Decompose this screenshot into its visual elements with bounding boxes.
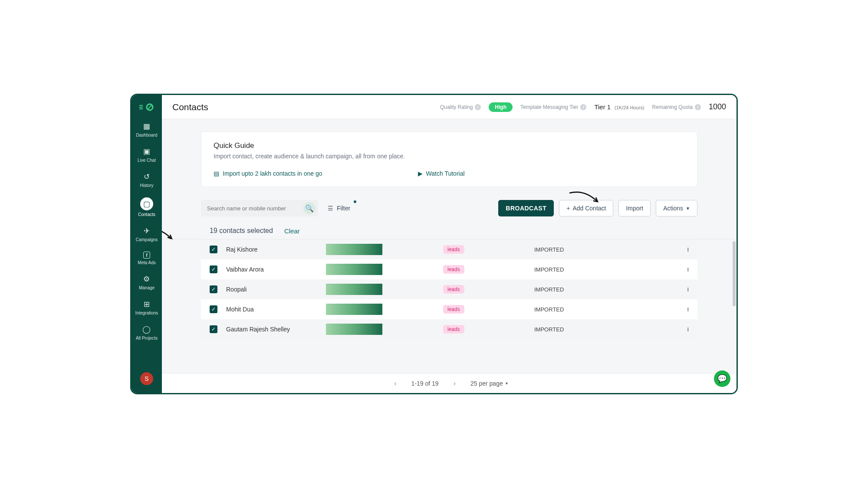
contact-tag-cell: leads (391, 305, 487, 314)
search-icon: 🔍 (305, 204, 314, 213)
sidebar-item-campaigns[interactable]: ✈Campaigns (136, 226, 158, 242)
app-frame: ▦Dashboard ▣Live Chat ↺History ▢Contacts… (130, 94, 738, 394)
caret-down-icon: ▾ (506, 381, 508, 386)
table-row[interactable]: ✓Mohit DualeadsIMPORTEDI (201, 299, 697, 319)
remaining-quota-value: 1000 (709, 102, 726, 111)
contact-status: IMPORTED (495, 246, 582, 253)
info-icon[interactable]: i (580, 104, 586, 110)
user-avatar[interactable]: S (140, 372, 153, 385)
messaging-tier-label: Template Messaging Tieri (520, 104, 586, 110)
quick-guide-card: Quick Guide Import contact, create audie… (201, 131, 697, 187)
contact-status: IMPORTED (495, 266, 582, 273)
facebook-icon: f (143, 252, 150, 259)
contact-extra: I (591, 266, 689, 273)
sidebar-item-contacts[interactable]: ▢Contacts (138, 197, 155, 217)
sidebar-item-history[interactable]: ↺History (140, 172, 153, 188)
contact-tag: leads (443, 305, 464, 314)
topbar: Contacts Quality Ratingi High Template M… (162, 95, 736, 119)
contact-name: Mohit Dua (226, 306, 317, 313)
sliders-icon: ☰ (328, 205, 333, 212)
contacts-icon: ▢ (140, 197, 153, 210)
help-chat-fab[interactable]: 💬 (714, 370, 730, 387)
contact-tag-cell: leads (391, 245, 487, 254)
sidebar-item-metaads[interactable]: fMeta Ads (138, 252, 156, 265)
info-icon[interactable]: i (695, 104, 701, 110)
contact-tag: leads (443, 325, 464, 334)
page-range: 1-19 of 19 (411, 380, 439, 387)
page-title: Contacts (172, 102, 208, 112)
contact-tag: leads (443, 265, 464, 274)
campaigns-icon: ✈ (144, 226, 150, 236)
content-area: Quick Guide Import contact, create audie… (162, 119, 736, 373)
selection-bar: 19 contacts selected Clear (201, 227, 697, 235)
table-row[interactable]: ✓Gautam Rajesh ShelleyleadsIMPORTEDI (201, 319, 697, 339)
contact-extra: I (591, 326, 689, 333)
sidebar-item-label: Contacts (138, 212, 155, 217)
pagination-bar: ‹ 1-19 of 19 › 25 per page▾ (162, 373, 736, 393)
contact-extra: I (591, 246, 689, 253)
actions-menu-button[interactable]: Actions▼ (656, 200, 697, 216)
sidebar-item-label: Manage (139, 285, 155, 290)
play-circle-icon: ▶ (418, 170, 423, 177)
contact-tag: leads (443, 245, 464, 254)
contacts-table: ✓Raj KishoreleadsIMPORTEDI✓Vaibhav Arora… (162, 239, 736, 373)
clear-selection-button[interactable]: Clear (284, 227, 300, 235)
sidebar-item-integrations[interactable]: ⊞Integrations (135, 300, 158, 315)
import-contacts-link[interactable]: ▤Import upto 2 lakh contacts in one go (214, 170, 322, 177)
filter-button[interactable]: ☰ Filter (323, 202, 355, 214)
grid-icon: ▦ (143, 122, 150, 131)
import-button[interactable]: Import (618, 200, 651, 216)
sidebar-item-label: Meta Ads (138, 260, 156, 265)
contact-phone-masked (326, 244, 382, 255)
contact-phone-masked (326, 304, 382, 315)
chevron-down-icon: ▼ (686, 206, 690, 211)
info-icon[interactable]: i (475, 104, 481, 110)
prev-page-button[interactable]: ‹ (391, 378, 400, 389)
per-page-select[interactable]: 25 per page▾ (470, 380, 508, 387)
book-icon: ▤ (214, 170, 219, 177)
row-checkbox[interactable]: ✓ (210, 265, 217, 273)
row-checkbox[interactable]: ✓ (210, 305, 217, 313)
contact-phone-masked (326, 264, 382, 275)
row-checkbox[interactable]: ✓ (210, 246, 217, 253)
sidebar-item-livechat[interactable]: ▣Live Chat (138, 147, 156, 163)
contact-extra: I (591, 286, 689, 293)
table-row[interactable]: ✓Vaibhav AroraleadsIMPORTEDI (201, 259, 697, 279)
table-row[interactable]: ✓Raj KishoreleadsIMPORTEDI (201, 239, 697, 259)
sidebar-item-label: Integrations (135, 311, 158, 315)
contact-tag-cell: leads (391, 325, 487, 334)
contact-tag-cell: leads (391, 285, 487, 294)
table-row[interactable]: ✓RoopalileadsIMPORTEDI (201, 279, 697, 299)
contact-name: Gautam Rajesh Shelley (226, 326, 317, 333)
sidebar-item-label: All Projects (136, 336, 158, 341)
row-checkbox[interactable]: ✓ (210, 325, 217, 333)
next-page-button[interactable]: › (450, 378, 459, 389)
search-button[interactable]: 🔍 (303, 202, 316, 214)
search-wrap: 🔍 (201, 200, 318, 216)
contact-name: Raj Kishore (226, 246, 317, 253)
sidebar-item-label: History (140, 183, 153, 188)
chat-icon: ▣ (143, 147, 150, 156)
row-checkbox[interactable]: ✓ (210, 285, 217, 293)
contact-tag-cell: leads (391, 265, 487, 274)
watch-tutorial-link[interactable]: ▶Watch Tutorial (418, 170, 465, 177)
toolbar: 🔍 ☰ Filter BROADCAST +Add Contact Import… (201, 200, 697, 216)
broadcast-button[interactable]: BROADCAST (498, 200, 554, 216)
app-logo (138, 103, 155, 111)
selection-count: 19 contacts selected (210, 227, 273, 235)
quick-guide-title: Quick Guide (214, 141, 685, 150)
quick-guide-subtitle: Import contact, create audience & launch… (214, 153, 685, 160)
search-input[interactable] (207, 205, 303, 212)
contact-status: IMPORTED (495, 286, 582, 293)
sidebar-item-label: Dashboard (136, 133, 158, 138)
gear-icon: ⚙ (143, 275, 150, 284)
scrollbar[interactable] (733, 241, 736, 306)
quality-rating-label: Quality Ratingi (440, 104, 481, 110)
add-contact-button[interactable]: +Add Contact (559, 200, 613, 216)
sidebar-item-dashboard[interactable]: ▦Dashboard (136, 122, 158, 138)
contact-phone-masked (326, 284, 382, 295)
contact-status: IMPORTED (495, 326, 582, 333)
sidebar-item-manage[interactable]: ⚙Manage (139, 275, 155, 290)
sidebar-item-allprojects[interactable]: ◯All Projects (136, 325, 158, 341)
sidebar-item-label: Campaigns (136, 237, 158, 242)
